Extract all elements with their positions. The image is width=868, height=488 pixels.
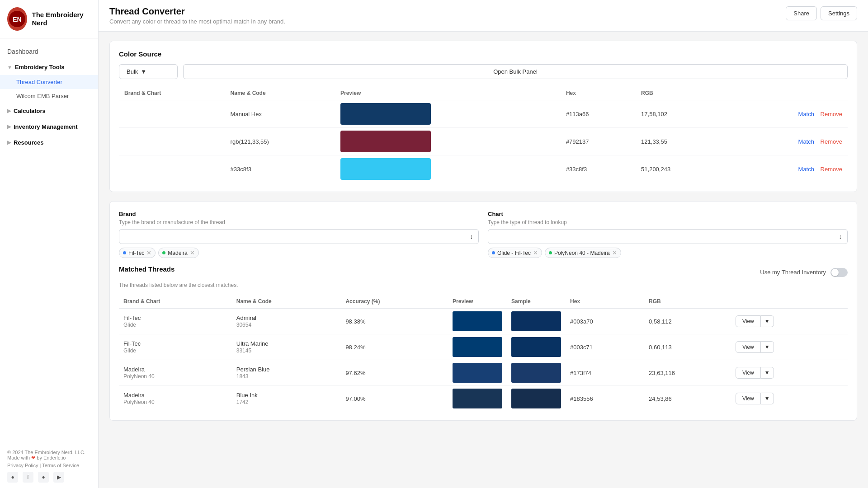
chart-sublabel: Type the type of thread to lookup <box>488 219 848 225</box>
brand-tag-madeira[interactable]: Madeira ✕ <box>158 248 198 258</box>
view-dropdown-button[interactable]: ▼ <box>761 341 774 353</box>
matched-name-cell: Blue Ink 1742 <box>232 386 341 412</box>
color-source-inner: Color Source Bulk ▼ Open Bulk Panel Bran… <box>110 41 857 192</box>
wilcom-label: Wilcom EMB Parser <box>16 93 69 99</box>
top-bar: Thread Converter Convert any color or th… <box>99 0 868 32</box>
mcol-name: Name & Code <box>232 295 341 309</box>
chart-input-arrows: ↕ <box>839 233 842 240</box>
col-rgb: RGB <box>636 86 725 100</box>
remove-link[interactable]: Remove <box>821 166 842 173</box>
matched-sample-swatch <box>511 363 561 383</box>
matched-sample-cell <box>507 334 566 360</box>
view-dropdown-button[interactable]: ▼ <box>761 393 774 404</box>
matched-brand-cell: Fil-TecGlide <box>119 334 232 360</box>
col-brand-chart: Brand & Chart <box>119 86 225 100</box>
brand-chart-row: Brand Type the brand or manufacture of t… <box>119 211 848 258</box>
thread-code: 30654 <box>236 322 251 328</box>
chart-tag-glide[interactable]: Glide - Fil-Tec ✕ <box>488 248 542 258</box>
matched-preview-cell <box>448 386 507 412</box>
madeira-dot <box>162 251 165 254</box>
color-table-header-row: Brand & Chart Name & Code Preview Hex RG… <box>119 86 848 100</box>
color-rgb-cell: 121,33,55 <box>636 128 725 155</box>
chart-input[interactable]: ↕ <box>488 229 848 244</box>
glide-close-icon[interactable]: ✕ <box>533 249 538 256</box>
polyneon-label: PolyNeon 40 - Madeira <box>554 250 610 256</box>
thread-name: Ultra Marine <box>236 340 269 347</box>
matched-accuracy-cell: 98.24% <box>341 334 448 360</box>
view-dropdown-button[interactable]: ▼ <box>761 367 774 379</box>
color-preview-cell <box>335 128 561 155</box>
view-button[interactable]: View <box>736 367 761 379</box>
settings-button[interactable]: Settings <box>821 6 857 20</box>
inventory-label: Inventory Management <box>14 123 78 130</box>
color-source-card: Color Source Bulk ▼ Open Bulk Panel Bran… <box>109 41 857 192</box>
sidebar-item-embroidery-tools[interactable]: ▼ Embroidery Tools <box>0 59 98 75</box>
main-content: Thread Converter Convert any color or th… <box>99 0 868 488</box>
mcol-preview: Preview <box>448 295 507 309</box>
matched-preview-swatch <box>453 311 502 331</box>
instagram-icon[interactable]: ● <box>38 472 49 483</box>
dashboard-label: Dashboard <box>7 48 38 55</box>
youtube-icon[interactable]: ▶ <box>53 472 64 483</box>
facebook-icon[interactable]: f <box>23 472 33 483</box>
sidebar-item-thread-converter[interactable]: Thread Converter <box>0 75 98 89</box>
view-button[interactable]: View <box>736 393 761 404</box>
thread-code: 1843 <box>236 373 249 380</box>
remove-link[interactable]: Remove <box>821 111 842 117</box>
sidebar-item-wilcom-emb-parser[interactable]: Wilcom EMB Parser <box>0 89 98 103</box>
polyneon-close-icon[interactable]: ✕ <box>612 249 617 256</box>
thread-name: Admiral <box>236 314 256 321</box>
embroidery-tools-label: Embroidery Tools <box>15 64 65 70</box>
page-content: Color Source Bulk ▼ Open Bulk Panel Bran… <box>99 32 868 439</box>
made-with-text: Made with ❤ by Enderle.io <box>7 455 91 461</box>
matched-threads-title: Matched Threads <box>119 265 175 279</box>
mcol-actions <box>731 295 848 309</box>
brand-input[interactable]: ↕ <box>119 229 479 244</box>
discord-icon[interactable]: ● <box>7 472 18 483</box>
sidebar-item-dashboard[interactable]: Dashboard <box>0 44 98 59</box>
match-link[interactable]: Match <box>798 166 814 173</box>
matched-rgb-cell: 23,63,116 <box>644 360 731 386</box>
color-row: Manual Hex #113a66 17,58,102 Match Remov… <box>119 100 848 128</box>
view-button[interactable]: View <box>736 315 761 327</box>
matched-sample-swatch <box>511 337 561 357</box>
copyright-text: © 2024 The Embroidery Nerd, LLC. <box>7 450 91 455</box>
matched-title: Matched Threads <box>119 265 175 273</box>
color-brand-cell <box>119 128 225 155</box>
chart-tag-polyneon[interactable]: PolyNeon 40 - Madeira ✕ <box>545 248 621 258</box>
inventory-label: Use my Thread Inventory <box>760 269 826 276</box>
color-swatch <box>340 103 431 125</box>
matched-preview-swatch <box>453 337 502 357</box>
footer-links[interactable]: Privacy Policy | Terms of Service <box>7 463 91 468</box>
match-link[interactable]: Match <box>798 138 814 145</box>
sidebar-item-calculators[interactable]: ▶ Calculators <box>0 103 98 119</box>
matched-row: Fil-TecGlide Ultra Marine 33145 98.24% #… <box>119 334 848 360</box>
col-name-code: Name & Code <box>225 86 335 100</box>
resources-label: Resources <box>14 139 43 146</box>
polyneon-dot <box>549 251 552 254</box>
open-bulk-panel-button[interactable]: Open Bulk Panel <box>183 64 848 79</box>
color-hex-cell: #33c8f3 <box>561 155 636 183</box>
filtec-close-icon[interactable]: ✕ <box>146 249 151 256</box>
sidebar-item-resources[interactable]: ▶ Resources <box>0 135 98 150</box>
matched-hex-cell: #003a70 <box>566 309 644 334</box>
mcol-rgb: RGB <box>644 295 731 309</box>
matched-preview-cell <box>448 334 507 360</box>
share-button[interactable]: Share <box>786 6 817 20</box>
inventory-toggle[interactable] <box>830 268 848 277</box>
madeira-close-icon[interactable]: ✕ <box>190 249 195 256</box>
matched-brand-cell: Fil-TecGlide <box>119 309 232 334</box>
view-dropdown-button[interactable]: ▼ <box>761 315 774 327</box>
view-button[interactable]: View <box>736 341 761 353</box>
bulk-button[interactable]: Bulk ▼ <box>119 64 178 79</box>
brand-tag-filtec[interactable]: Fil-Tec ✕ <box>119 248 156 258</box>
brand-sublabel: Type the brand or manufacture of the thr… <box>119 219 479 225</box>
logo-text: The Embroidery Nerd <box>32 11 91 27</box>
color-source-table: Brand & Chart Name & Code Preview Hex RG… <box>119 86 848 183</box>
remove-link[interactable]: Remove <box>821 138 842 145</box>
brand-tags: Fil-Tec ✕ Madeira ✕ <box>119 248 479 258</box>
match-link[interactable]: Match <box>798 111 814 117</box>
sidebar-item-inventory-management[interactable]: ▶ Inventory Management <box>0 119 98 135</box>
matched-header-row: Brand & Chart Name & Code Accuracy (%) P… <box>119 295 848 309</box>
logo-image: EN <box>7 7 27 31</box>
